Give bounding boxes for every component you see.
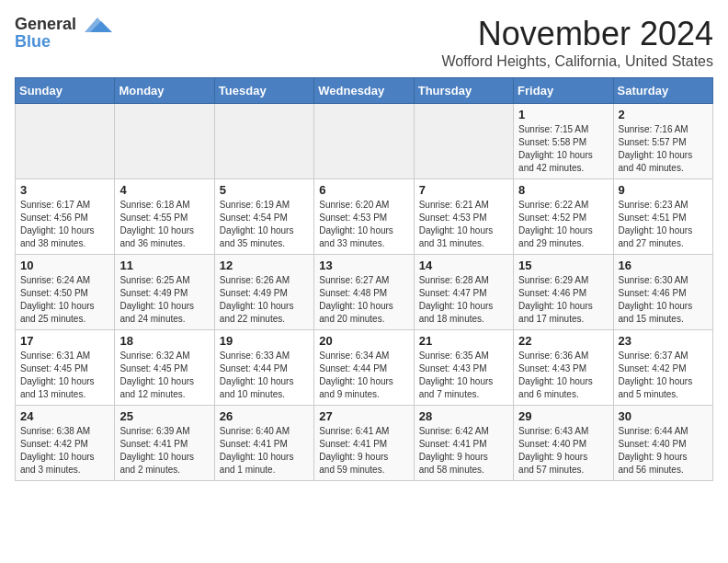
day-number: 8 [518,183,608,197]
day-info: Sunrise: 7:15 AM Sunset: 5:58 PM Dayligh… [518,123,608,175]
calendar-cell: 25Sunrise: 6:39 AM Sunset: 4:41 PM Dayli… [115,406,214,481]
day-info: Sunrise: 6:42 AM Sunset: 4:41 PM Dayligh… [419,425,508,477]
calendar-cell: 7Sunrise: 6:21 AM Sunset: 4:53 PM Daylig… [414,179,513,255]
day-info: Sunrise: 6:17 AM Sunset: 4:56 PM Dayligh… [20,199,109,250]
day-number: 18 [119,334,209,348]
day-info: Sunrise: 6:31 AM Sunset: 4:45 PM Dayligh… [20,350,109,401]
day-number: 5 [220,183,309,197]
day-number: 24 [20,409,109,423]
calendar-cell: 12Sunrise: 6:26 AM Sunset: 4:49 PM Dayli… [214,255,313,330]
calendar-week-row: 10Sunrise: 6:24 AM Sunset: 4:50 PM Dayli… [16,255,713,330]
logo: General Blue [15,15,114,52]
calendar-cell: 21Sunrise: 6:35 AM Sunset: 4:43 PM Dayli… [414,330,513,406]
day-header-thursday: Thursday [414,78,513,104]
month-title: November 2024 [441,15,713,53]
day-info: Sunrise: 6:43 AM Sunset: 4:40 PM Dayligh… [518,425,608,477]
calendar-cell [16,104,115,179]
day-info: Sunrise: 6:27 AM Sunset: 4:48 PM Dayligh… [319,274,408,326]
calendar-cell: 5Sunrise: 6:19 AM Sunset: 4:54 PM Daylig… [214,179,313,255]
day-number: 14 [419,259,508,272]
day-number: 19 [220,334,309,348]
calendar-cell: 26Sunrise: 6:40 AM Sunset: 4:41 PM Dayli… [214,406,313,481]
day-info: Sunrise: 7:16 AM Sunset: 5:57 PM Dayligh… [619,123,708,175]
calendar-cell: 6Sunrise: 6:20 AM Sunset: 4:53 PM Daylig… [314,179,414,255]
calendar-cell: 17Sunrise: 6:31 AM Sunset: 4:45 PM Dayli… [16,330,115,406]
day-header-sunday: Sunday [16,78,115,104]
calendar-cell [115,104,214,179]
day-number: 1 [518,108,608,121]
day-number: 30 [619,409,708,423]
day-info: Sunrise: 6:30 AM Sunset: 4:46 PM Dayligh… [619,274,708,326]
day-info: Sunrise: 6:35 AM Sunset: 4:43 PM Dayligh… [419,350,508,401]
calendar-cell: 24Sunrise: 6:38 AM Sunset: 4:42 PM Dayli… [16,406,115,481]
title-section: November 2024 Wofford Heights, Californi… [441,15,713,70]
day-info: Sunrise: 6:24 AM Sunset: 4:50 PM Dayligh… [20,274,109,326]
calendar-cell: 18Sunrise: 6:32 AM Sunset: 4:45 PM Dayli… [115,330,214,406]
calendar-cell [414,104,513,179]
calendar-cell: 27Sunrise: 6:41 AM Sunset: 4:41 PM Dayli… [314,406,414,481]
day-header-wednesday: Wednesday [314,78,414,104]
calendar-cell [214,104,313,179]
day-info: Sunrise: 6:36 AM Sunset: 4:43 PM Dayligh… [518,350,608,401]
calendar-cell: 29Sunrise: 6:43 AM Sunset: 4:40 PM Dayli… [514,406,613,481]
location-subtitle: Wofford Heights, California, United Stat… [441,53,713,70]
calendar-cell: 2Sunrise: 7:16 AM Sunset: 5:57 PM Daylig… [613,104,712,179]
calendar-cell: 13Sunrise: 6:27 AM Sunset: 4:48 PM Dayli… [314,255,414,330]
day-number: 16 [619,259,708,272]
day-number: 21 [419,334,508,348]
logo-icon [81,16,114,36]
day-number: 26 [220,409,309,423]
calendar-table: SundayMondayTuesdayWednesdayThursdayFrid… [15,77,713,481]
day-info: Sunrise: 6:18 AM Sunset: 4:55 PM Dayligh… [119,199,209,250]
page-header: General Blue November 2024 Wofford Heigh… [15,15,713,70]
logo-blue-text: Blue [15,32,51,52]
day-info: Sunrise: 6:22 AM Sunset: 4:52 PM Dayligh… [518,199,608,250]
day-header-saturday: Saturday [613,78,712,104]
day-info: Sunrise: 6:23 AM Sunset: 4:51 PM Dayligh… [619,199,708,250]
day-number: 4 [119,183,209,197]
day-number: 13 [319,259,408,272]
calendar-cell: 9Sunrise: 6:23 AM Sunset: 4:51 PM Daylig… [613,179,712,255]
day-info: Sunrise: 6:21 AM Sunset: 4:53 PM Dayligh… [419,199,508,250]
calendar-week-row: 17Sunrise: 6:31 AM Sunset: 4:45 PM Dayli… [16,330,713,406]
calendar-cell: 28Sunrise: 6:42 AM Sunset: 4:41 PM Dayli… [414,406,513,481]
day-number: 11 [119,259,209,272]
day-info: Sunrise: 6:26 AM Sunset: 4:49 PM Dayligh… [220,274,309,326]
day-number: 9 [619,183,708,197]
day-info: Sunrise: 6:33 AM Sunset: 4:44 PM Dayligh… [220,350,309,401]
calendar-header-row: SundayMondayTuesdayWednesdayThursdayFrid… [16,78,713,104]
calendar-week-row: 3Sunrise: 6:17 AM Sunset: 4:56 PM Daylig… [16,179,713,255]
day-number: 10 [20,259,109,272]
calendar-cell: 11Sunrise: 6:25 AM Sunset: 4:49 PM Dayli… [115,255,214,330]
calendar-cell: 30Sunrise: 6:44 AM Sunset: 4:40 PM Dayli… [613,406,712,481]
day-info: Sunrise: 6:32 AM Sunset: 4:45 PM Dayligh… [119,350,209,401]
day-number: 22 [518,334,608,348]
day-info: Sunrise: 6:19 AM Sunset: 4:54 PM Dayligh… [220,199,309,250]
day-number: 6 [319,183,408,197]
day-number: 7 [419,183,508,197]
calendar-cell [314,104,414,179]
day-info: Sunrise: 6:40 AM Sunset: 4:41 PM Dayligh… [220,425,309,477]
calendar-cell: 15Sunrise: 6:29 AM Sunset: 4:46 PM Dayli… [514,255,613,330]
day-number: 3 [20,183,109,197]
calendar-cell: 8Sunrise: 6:22 AM Sunset: 4:52 PM Daylig… [514,179,613,255]
day-number: 28 [419,409,508,423]
day-number: 17 [20,334,109,348]
day-info: Sunrise: 6:41 AM Sunset: 4:41 PM Dayligh… [319,425,408,477]
day-info: Sunrise: 6:20 AM Sunset: 4:53 PM Dayligh… [319,199,408,250]
day-header-monday: Monday [115,78,214,104]
calendar-cell: 23Sunrise: 6:37 AM Sunset: 4:42 PM Dayli… [613,330,712,406]
day-info: Sunrise: 6:34 AM Sunset: 4:44 PM Dayligh… [319,350,408,401]
day-info: Sunrise: 6:39 AM Sunset: 4:41 PM Dayligh… [119,425,209,477]
day-number: 15 [518,259,608,272]
day-info: Sunrise: 6:37 AM Sunset: 4:42 PM Dayligh… [619,350,708,401]
calendar-cell: 14Sunrise: 6:28 AM Sunset: 4:47 PM Dayli… [414,255,513,330]
day-number: 20 [319,334,408,348]
calendar-week-row: 24Sunrise: 6:38 AM Sunset: 4:42 PM Dayli… [16,406,713,481]
day-number: 12 [220,259,309,272]
calendar-cell: 4Sunrise: 6:18 AM Sunset: 4:55 PM Daylig… [115,179,214,255]
day-info: Sunrise: 6:44 AM Sunset: 4:40 PM Dayligh… [619,425,708,477]
day-number: 23 [619,334,708,348]
day-info: Sunrise: 6:25 AM Sunset: 4:49 PM Dayligh… [119,274,209,326]
calendar-cell: 1Sunrise: 7:15 AM Sunset: 5:58 PM Daylig… [514,104,613,179]
